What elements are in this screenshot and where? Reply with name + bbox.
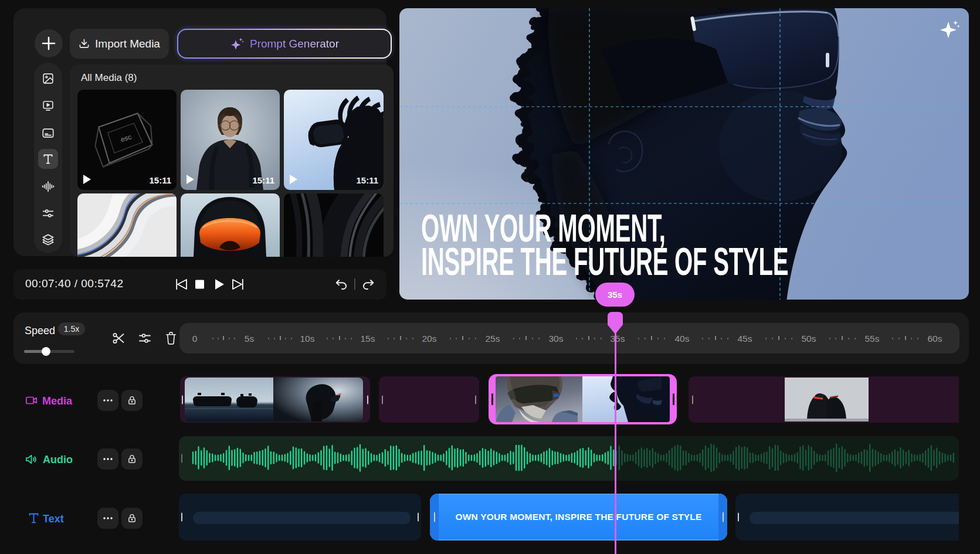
svg-text:esc: esc [120, 132, 133, 144]
